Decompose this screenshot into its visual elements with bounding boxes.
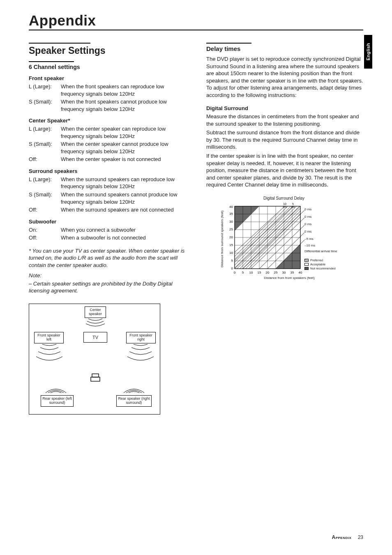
label: Off: — [29, 234, 61, 242]
center-large-row: L (Large): When the center speaker can r… — [29, 125, 186, 140]
label: TV — [92, 335, 98, 340]
lab-0ms: 0 ms — [304, 208, 311, 211]
ds-p2: Subtract the surround distance from the … — [206, 129, 363, 151]
center-waves-icon — [86, 318, 105, 328]
svg-text:25: 25 — [229, 228, 233, 231]
front-left-waves-icon — [35, 343, 64, 364]
svg-text:40: 40 — [229, 205, 233, 209]
appendix-heading: Appendix — [29, 12, 363, 29]
svg-text:15: 15 — [229, 243, 233, 247]
text: When a subwoofer is not connected — [61, 234, 186, 242]
left-column: Speaker Settings 6 Channel settings Fron… — [29, 43, 186, 415]
appendix-rule — [29, 30, 363, 30]
block-surround-speakers: Surround speakers — [29, 168, 186, 174]
svg-text:0: 0 — [234, 271, 236, 274]
label: Front speaker right — [129, 333, 152, 341]
section-rule — [29, 43, 90, 44]
front-large-row: L (Large): When the front speakers can r… — [29, 83, 186, 97]
svg-marker-4 — [235, 206, 259, 231]
block-center-speaker: Center Speaker* — [29, 117, 186, 124]
sub-off-row: Off: When a subwoofer is not connected — [29, 234, 186, 242]
svg-text:20: 20 — [266, 271, 270, 274]
sub-on-row: On: When you connect a subwoofer — [29, 226, 186, 234]
swatch-preferred-icon — [304, 259, 309, 262]
surround-off-row: Off: When the surround speakers are not … — [29, 206, 186, 214]
listener-icon — [90, 373, 101, 385]
rear-left-box: Rear speaker (left surround) — [41, 395, 74, 407]
right-column: Delay times The DVD player is set to rep… — [206, 43, 363, 415]
center-footnote: * You can use your TV as center speaker.… — [29, 247, 186, 269]
chart-title: Digital Surround Delay — [220, 196, 348, 200]
svg-text:ms: ms — [283, 205, 287, 208]
svg-text:30: 30 — [229, 220, 233, 223]
lab-0ms: 0 ms — [304, 215, 311, 219]
block-subwoofer: Subwoofer — [29, 219, 186, 225]
label: Rear speaker (left surround) — [42, 396, 72, 405]
svg-text:35: 35 — [291, 271, 294, 274]
note-label: Note: — [29, 272, 186, 279]
ds-p3: If the center speaker is in line with th… — [206, 152, 363, 189]
section-rule — [206, 43, 251, 44]
label: L (Large): — [29, 83, 61, 97]
text: When the front speakers can reproduce lo… — [61, 83, 186, 97]
tv-box: TV — [83, 332, 107, 343]
delay-chart: Digital Surround Delay Distance from sur… — [220, 196, 348, 280]
center-off-row: Off: When the center speaker is not conn… — [29, 156, 186, 163]
page-footer: Appendix 23 — [332, 534, 364, 540]
svg-text:10: 10 — [249, 271, 253, 274]
svg-text:0: 0 — [231, 267, 233, 270]
lab-0ms: 0 ms — [304, 223, 311, 226]
label: On: — [29, 226, 61, 234]
surround-large-row: L (Large): When the surround speakers ca… — [29, 176, 186, 190]
center-speaker-box: Center speaker — [85, 306, 106, 318]
block-front-speaker: Front speaker — [29, 75, 186, 81]
label: S (Small): — [29, 191, 61, 205]
front-left-box: Front speaker left — [34, 332, 64, 343]
svg-text:10: 10 — [229, 251, 233, 255]
subsection-rule — [29, 61, 74, 62]
text: When the center speaker cannot produce l… — [61, 140, 186, 155]
legend-notrec: Not recommended — [310, 267, 336, 270]
label: L (Large): — [29, 176, 61, 190]
section-title-speaker-settings: Speaker Settings — [29, 45, 186, 56]
label: Off: — [29, 156, 61, 163]
footer-page-number: 23 — [358, 534, 363, 540]
language-tab: English — [364, 35, 372, 69]
label: S (Small): — [29, 140, 61, 155]
svg-text:15: 15 — [258, 271, 261, 274]
text: When the center speaker can reproduce lo… — [61, 125, 186, 140]
svg-rect-1 — [91, 377, 100, 381]
label: Center speaker — [89, 308, 102, 316]
front-right-waves-icon — [126, 343, 155, 364]
lab-0ms: 0 ms — [304, 230, 311, 233]
block-digital-surround: Digital Surround — [206, 105, 363, 111]
text: When the surround speakers cannot produc… — [61, 191, 186, 205]
section-title-delay-times: Delay times — [206, 45, 363, 52]
label: Front speaker left — [37, 333, 60, 341]
label: S (Small): — [29, 98, 61, 113]
label: Rear speaker (right surround) — [118, 396, 150, 405]
chart-xlabel: Distance from front speakers (feet) — [231, 276, 348, 280]
svg-text:30: 30 — [282, 271, 286, 274]
rear-left-waves-icon — [45, 381, 67, 394]
swatch-notrec-icon — [304, 267, 309, 270]
label: Off: — [29, 206, 61, 214]
svg-text:5: 5 — [242, 271, 244, 274]
rear-right-box: Rear speaker (right surround) — [116, 395, 152, 407]
note-text: – Certain speaker settings are prohibite… — [29, 280, 186, 295]
rear-right-waves-icon — [123, 381, 145, 394]
front-small-row: S (Small): When the front speakers canno… — [29, 98, 186, 113]
text: When the center speaker is not connected — [61, 156, 186, 163]
page-title: Appendix — [29, 12, 363, 30]
front-right-box: Front speaker right — [126, 332, 156, 343]
svg-text:40: 40 — [299, 271, 302, 274]
ds-p1: Measure the distances in centimeters fro… — [206, 113, 363, 127]
columns: Speaker Settings 6 Channel settings Fron… — [29, 43, 363, 415]
svg-rect-0 — [92, 374, 99, 377]
center-small-row: S (Small): When the center speaker canno… — [29, 140, 186, 155]
lab-minus5: –5 ms — [304, 237, 314, 241]
lab-minus10: –10 ms — [304, 244, 315, 247]
text: When the surround speakers are not conne… — [61, 206, 186, 214]
text: When you connect a subwoofer — [61, 226, 186, 234]
speaker-layout-diagram: Center speaker Front speaker left TV Fro… — [29, 304, 160, 415]
